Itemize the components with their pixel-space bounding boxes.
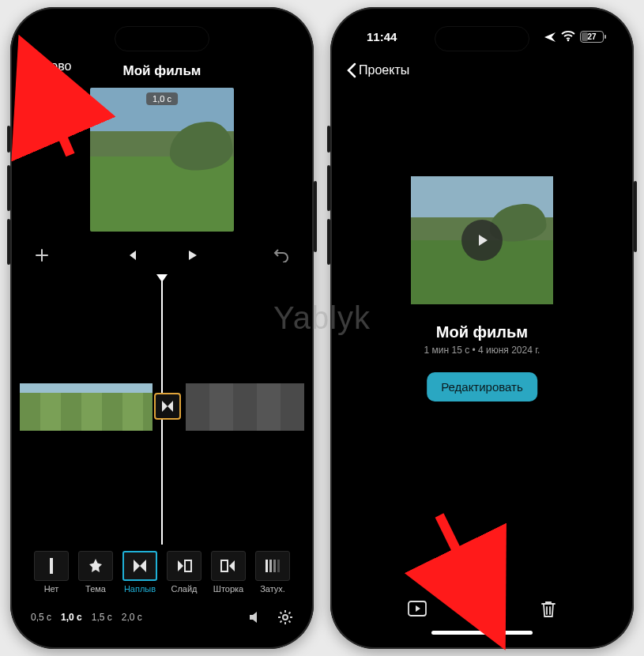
- settings-button[interactable]: [277, 609, 293, 625]
- project-title: Мой фильм: [340, 323, 624, 341]
- page-title: Мой фильм: [123, 63, 201, 79]
- transition-label: Слайд: [163, 584, 205, 594]
- transition-dissolve-icon: [122, 551, 157, 581]
- transition-option-none[interactable]: Нет: [30, 551, 73, 594]
- duration-option[interactable]: 2,0 с: [122, 612, 142, 623]
- project-info: Мой фильм 1 мин 15 с • 4 июня 2024 г.: [340, 323, 624, 356]
- svg-point-9: [567, 40, 570, 42]
- transition-slide-icon: [167, 551, 201, 581]
- play-overlay-button[interactable]: [461, 220, 503, 261]
- project-preview[interactable]: [369, 176, 595, 304]
- video-preview[interactable]: 1,0 с: [90, 88, 234, 232]
- duration-option[interactable]: 1,0 с: [61, 612, 82, 623]
- phone-side-button: [7, 126, 10, 153]
- delete-button[interactable]: [540, 600, 557, 620]
- clip-row: [20, 382, 304, 432]
- player-controls: [20, 239, 304, 271]
- project-meta: 1 мин 15 с • 4 июня 2024 г.: [340, 345, 624, 356]
- volume-button[interactable]: [247, 610, 263, 624]
- dynamic-island: [435, 26, 529, 51]
- svg-rect-5: [273, 560, 276, 572]
- transition-option-slide[interactable]: Слайд: [163, 551, 205, 594]
- project-toolbar: [340, 600, 624, 620]
- transition-duration-badge: 1,0 с: [146, 92, 178, 105]
- transition-label: Наплыв: [119, 584, 161, 594]
- duration-options: 0,5 с 1,0 с 1,5 с 2,0 с: [31, 612, 142, 623]
- duration-option[interactable]: 1,5 с: [92, 612, 112, 623]
- transition-theme-icon: [78, 551, 113, 581]
- transition-none-icon: [34, 551, 69, 581]
- dynamic-island: [115, 26, 209, 51]
- svg-rect-1: [185, 560, 191, 571]
- svg-rect-4: [269, 560, 272, 572]
- svg-rect-3: [266, 560, 268, 572]
- phone-side-button: [634, 181, 637, 252]
- wifi-icon: [561, 31, 575, 42]
- share-button[interactable]: [475, 600, 492, 620]
- transition-label: Тема: [74, 584, 117, 594]
- phone-side-button: [327, 219, 330, 265]
- play-button[interactable]: [185, 248, 199, 262]
- done-button[interactable]: Готово: [32, 59, 71, 74]
- editor-nav: Готово Мой фильм: [20, 59, 304, 83]
- status-time: 11:44: [367, 30, 397, 43]
- transition-option-fade[interactable]: Затух.: [251, 551, 294, 594]
- back-label: Проекты: [359, 63, 409, 77]
- transition-marker[interactable]: [154, 393, 181, 420]
- phone-side-button: [7, 219, 10, 265]
- transition-fade-icon: [255, 551, 290, 581]
- preview-scenery: [167, 119, 234, 173]
- phone-left: Готово Мой фильм 1,0 с: [10, 7, 314, 649]
- phone-side-button: [327, 165, 330, 211]
- battery-percent: 27: [587, 32, 596, 41]
- svg-rect-2: [221, 560, 228, 571]
- play-icon: [473, 232, 491, 249]
- svg-rect-6: [277, 560, 280, 572]
- timeline-clip[interactable]: [186, 383, 304, 431]
- phone-right: 11:44 27: [330, 7, 634, 649]
- chevron-left-icon: [346, 62, 357, 78]
- transition-label: Шторка: [207, 584, 250, 594]
- add-media-button[interactable]: [34, 247, 50, 263]
- transition-option-wipe[interactable]: Шторка: [207, 551, 250, 594]
- transition-option-dissolve[interactable]: Наплыв: [119, 551, 161, 594]
- transition-label: Нет: [30, 584, 73, 594]
- airplane-mode-icon: [544, 30, 556, 43]
- editor-bottom-bar: 0,5 с 1,0 с 1,5 с 2,0 с: [20, 609, 304, 625]
- transition-label: Затух.: [251, 584, 294, 594]
- transition-picker: Нет Тема Наплыв: [20, 551, 304, 594]
- transition-option-theme[interactable]: Тема: [74, 551, 117, 594]
- transition-wipe-icon: [211, 551, 246, 581]
- svg-rect-0: [50, 558, 53, 574]
- timeline[interactable]: [20, 274, 304, 545]
- phone-side-button: [7, 165, 10, 211]
- duration-option[interactable]: 0,5 с: [31, 612, 51, 623]
- timeline-clip[interactable]: [20, 383, 153, 431]
- skip-start-button[interactable]: [125, 248, 139, 262]
- phone-side-button: [327, 126, 330, 153]
- svg-point-7: [283, 615, 288, 620]
- edit-button[interactable]: Редактировать: [427, 372, 537, 402]
- play-fullscreen-button[interactable]: [407, 600, 427, 620]
- phone-side-button: [314, 181, 317, 252]
- home-indicator[interactable]: [431, 631, 533, 635]
- back-button[interactable]: Проекты: [346, 62, 409, 78]
- undo-button[interactable]: [273, 248, 290, 262]
- battery-indicator: 27: [580, 31, 604, 43]
